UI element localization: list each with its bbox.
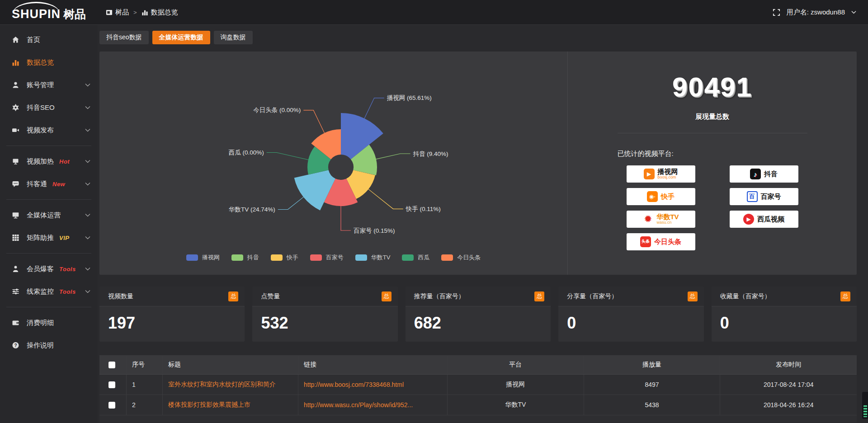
stat-title: 点赞量: [261, 292, 280, 301]
legend-item-西瓜[interactable]: 西瓜: [402, 254, 429, 262]
cell-title-link[interactable]: 楼体投影灯投影效果震撼上市: [163, 395, 298, 415]
chevron-down-icon: [85, 83, 90, 87]
grid-icon: [12, 234, 20, 241]
pie-slice-label: 抖音 (9.40%): [413, 150, 448, 157]
platform-badge-toutiao[interactable]: 头条 今日头条: [627, 233, 695, 250]
sidebar-item-douketong[interactable]: 抖客通 New: [0, 173, 98, 195]
breadcrumb-root[interactable]: 树品: [106, 8, 129, 17]
table-row: 1 室外水纹灯和室内水纹灯的区别和简介 http://www.boosj.com…: [99, 375, 857, 395]
baijiahao-logo-icon: 百: [747, 191, 758, 202]
pie-label-line: [266, 153, 308, 160]
platform-name: 百家号: [761, 193, 781, 201]
row-checkbox[interactable]: [108, 402, 115, 409]
sidebar-item-label: 首页: [27, 36, 40, 44]
boosj-logo-icon: ▶: [644, 169, 655, 179]
stat-card-video-count: 视频数量总 197: [99, 287, 245, 342]
platform-badge-xigua[interactable]: ▶ 西瓜视频: [730, 211, 798, 228]
breadcrumb: 树品 > 数据总览: [98, 8, 178, 17]
sidebar-item-label: 会员爆客: [27, 265, 54, 273]
legend-item-今日头条[interactable]: 今日头条: [441, 254, 481, 262]
person-icon: [12, 265, 20, 273]
app-logo[interactable]: SHUPIN 树品: [0, 0, 98, 25]
sidebar-item-label: 矩阵助推: [27, 234, 54, 242]
pie-slice-label: 西瓜 (0.00%): [228, 149, 264, 156]
breadcrumb-current[interactable]: 数据总览: [142, 8, 178, 17]
username-label[interactable]: 用户名: zswodun88: [787, 8, 845, 17]
cell-views: 5438: [584, 395, 721, 415]
legend-item-快手[interactable]: 快手: [271, 254, 298, 262]
legend-swatch: [186, 254, 198, 261]
fullscreen-icon[interactable]: [773, 9, 780, 16]
sidebar-item-douyin-seo[interactable]: 抖音SEO: [0, 96, 98, 119]
column-header-publish-time: 发布时间: [720, 355, 857, 374]
platform-name: 抖音: [764, 170, 778, 179]
column-header-views: 播放量: [584, 355, 721, 374]
sidebar-item-member-burst[interactable]: 会员爆客 Tools: [0, 258, 98, 280]
tab-douyin-seo-data[interactable]: 抖音seo数据: [99, 31, 149, 44]
total-badge: 总: [688, 291, 698, 301]
legend-label: 华数TV: [371, 254, 391, 262]
platform-badge-baijiahao[interactable]: 百 百家号: [730, 188, 798, 205]
legend-item-华数TV[interactable]: 华数TV: [355, 254, 391, 262]
logo-arc: [13, 2, 60, 14]
platform-sub: wasu.cn: [656, 221, 671, 225]
platform-badge-kuaishou[interactable]: ◉◦ 快手: [627, 188, 695, 205]
tab-inquiry-data[interactable]: 询盘数据: [214, 31, 253, 44]
sidebar-item-label: 抖客通: [27, 180, 47, 188]
legend-item-百家号[interactable]: 百家号: [310, 254, 344, 262]
column-header-link: 链接: [298, 355, 448, 374]
legend-label: 快手: [287, 254, 298, 262]
column-header-index: 序号: [127, 355, 163, 374]
pie-slice-label: 百家号 (0.15%): [354, 227, 395, 234]
sidebar-item-home[interactable]: 首页: [0, 28, 98, 51]
platform-badge-wasu[interactable]: ✹ 华数TVwasu.cn: [627, 211, 695, 228]
cell-url-link[interactable]: http://www.boosj.com/7338468.html: [298, 375, 448, 395]
sidebar-item-omni-media[interactable]: 全媒体运营: [0, 204, 98, 226]
sidebar-item-data-overview[interactable]: 数据总览: [0, 51, 98, 74]
platform-logo-grid: ▶ 播视网boosj.com ◉◦ 快手 ✹ 华数TVwasu.cn 头条: [618, 165, 807, 250]
breadcrumb-current-label: 数据总览: [151, 8, 178, 17]
sidebar-item-label: 线索监控: [27, 287, 54, 296]
tab-omni-media-data[interactable]: 全媒体运营数据: [152, 31, 210, 44]
select-all-checkbox[interactable]: [108, 362, 115, 368]
screen-icon: [12, 158, 20, 165]
sidebar-divider: [6, 199, 91, 200]
platform-badge-douyin[interactable]: ♪ 抖音: [730, 165, 798, 183]
logo-text-cn: 树品: [63, 7, 86, 22]
legend-item-播视网[interactable]: 播视网: [186, 254, 220, 262]
chevron-down-icon: [85, 290, 90, 293]
edge-floating-widget[interactable]: [862, 391, 868, 419]
platform-name: 播视网: [658, 168, 678, 175]
chevron-down-icon: [85, 182, 90, 186]
sidebar-item-matrix-boost[interactable]: 矩阵助推 VIP: [0, 226, 98, 249]
row-checkbox[interactable]: [108, 381, 115, 388]
cell-title-link[interactable]: 室外水纹灯和室内水纹灯的区别和简介: [163, 375, 298, 395]
total-badge: 总: [228, 291, 238, 301]
divider: [618, 133, 807, 133]
chevron-down-icon[interactable]: [851, 10, 856, 14]
legend-item-抖音[interactable]: 抖音: [231, 254, 259, 262]
sliders-icon: [12, 288, 20, 295]
sidebar-item-label: 全媒体运营: [27, 211, 61, 220]
sidebar-item-account[interactable]: 账号管理: [0, 74, 98, 96]
cell-publish-time: 2018-04-26 16:24: [720, 395, 857, 415]
chat-icon: [12, 180, 20, 188]
chevron-down-icon: [85, 128, 90, 132]
sidebar-divider: [6, 146, 91, 146]
tools-badge: Tools: [59, 266, 76, 273]
cell-url-link[interactable]: http://www.wasu.cn/Play/show/id/952...: [298, 395, 448, 415]
total-badge: 总: [840, 291, 850, 301]
platform-badge-boosj[interactable]: ▶ 播视网boosj.com: [627, 165, 695, 183]
stat-value: 682: [406, 306, 551, 333]
signal-stripes-icon: [863, 405, 867, 417]
sidebar-item-video-heat[interactable]: 视频加热 Hot: [0, 150, 98, 173]
pie-slice-华数TV[interactable]: [294, 170, 335, 210]
sidebar-item-video-publish[interactable]: 视频发布: [0, 119, 98, 141]
sidebar-divider: [6, 253, 91, 254]
sidebar-item-help[interactable]: ? 操作说明: [0, 334, 98, 357]
wasu-logo-icon: ✹: [642, 214, 653, 225]
sidebar-item-spend-detail[interactable]: 消费明细: [0, 311, 98, 334]
legend-label: 今日头条: [457, 254, 481, 262]
breadcrumb-separator: >: [133, 9, 137, 16]
sidebar-item-lead-monitor[interactable]: 线索监控 Tools: [0, 280, 98, 303]
